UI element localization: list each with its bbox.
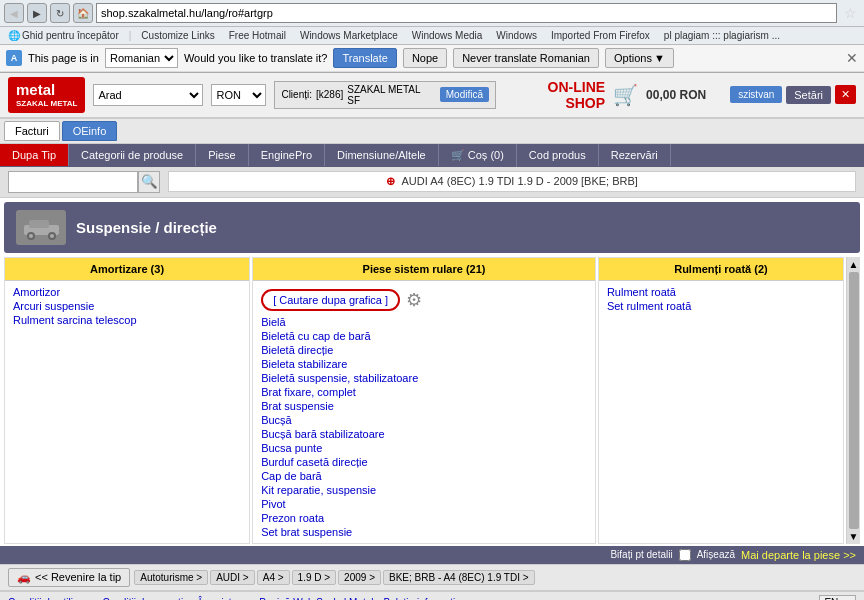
nav-dimensiune[interactable]: Dimensiune/Altele — [325, 144, 439, 166]
language-select[interactable]: Romanian — [105, 48, 178, 68]
col-amortizare-items: Amortizor Arcuri suspensie Rulment sarci… — [5, 281, 249, 331]
breadcrumb-audi[interactable]: AUDI > — [210, 570, 255, 585]
nav-enginepro[interactable]: EnginePro — [249, 144, 325, 166]
audi-logo: ⊕ — [386, 175, 395, 187]
item-bieleta-directie[interactable]: Bieletă direcție — [261, 343, 587, 357]
nav-dupa-tip[interactable]: Dupa Tip — [0, 144, 69, 166]
breadcrumb-bke[interactable]: BKE; BRB - A4 (8EC) 1.9 TDI > — [383, 570, 535, 585]
city-select[interactable]: Arad — [93, 84, 203, 106]
col-amortizare-header: Amortizare (3) — [5, 258, 249, 281]
client-code: [k286] — [316, 89, 343, 100]
user-box[interactable]: szistvan — [730, 86, 782, 103]
currency-select[interactable]: RON — [211, 84, 266, 106]
nav-cos[interactable]: 🛒 Coș (0) — [439, 144, 517, 167]
nav-cod-produs[interactable]: Cod produs — [517, 144, 599, 166]
options-button[interactable]: Options ▼ — [605, 48, 674, 68]
main-content: Amortizare (3) Amortizor Arcuri suspensi… — [4, 257, 860, 544]
translate-button[interactable]: Translate — [333, 48, 396, 68]
never-translate-button[interactable]: Never translate Romanian — [453, 48, 599, 68]
footer-pagina-web[interactable]: Pagină Web Szakal Metal — [259, 597, 373, 600]
item-set-brat[interactable]: Set brat suspensie — [261, 525, 587, 539]
translate-close-button[interactable]: ✕ — [846, 50, 858, 66]
footer-conditii-utilizare[interactable]: Condiții de utilizare — [8, 597, 93, 600]
item-brat-fixare[interactable]: Brat fixare, complet — [261, 385, 587, 399]
nav-piese[interactable]: Piese — [196, 144, 249, 166]
bookmark-bar: 🌐 Ghid pentru începător | Customize Link… — [0, 27, 864, 45]
col-piese-items: [ Cautare dupa grafica ] ⚙ Bielă Bieletă… — [253, 281, 595, 543]
page-content: metal SZAKAL METAL Arad RON Clienți: [k2… — [0, 73, 864, 600]
nav-rezervari[interactable]: Rezervări — [599, 144, 671, 166]
item-amortizor[interactable]: Amortizor — [13, 285, 241, 299]
search-icon: 🔍 — [141, 174, 158, 189]
item-prezon[interactable]: Prezon roata — [261, 511, 587, 525]
item-bucsa[interactable]: Bucșă — [261, 413, 587, 427]
forward-button[interactable]: ▶ — [27, 3, 47, 23]
footer-conditii-garantie[interactable]: Condiții de garanție — [103, 597, 189, 600]
modifica-button[interactable]: Modifică — [440, 87, 489, 102]
item-rulment-roata[interactable]: Rulment roată — [607, 285, 835, 299]
item-bucsa-bara[interactable]: Bucșă bară stabilizatoare — [261, 427, 587, 441]
bookmark-customize[interactable]: Customize Links — [137, 29, 218, 42]
search-input[interactable] — [8, 171, 138, 193]
cart-amount: 00,00 RON — [646, 88, 706, 102]
more-details-button[interactable]: Mai departe la piese >> — [741, 549, 856, 561]
search-graphic-link[interactable]: [ Cautare dupa grafica ] — [261, 289, 400, 311]
scroll-up-icon[interactable]: ▲ — [849, 259, 859, 270]
footer-inregistrare[interactable]: Înregistrare — [199, 597, 250, 600]
back-button[interactable]: ◀ — [4, 3, 24, 23]
scroll-bar[interactable]: ▲ ▼ — [846, 257, 860, 544]
svg-rect-1 — [29, 220, 49, 228]
breadcrumb-2009[interactable]: 2009 > — [338, 570, 381, 585]
breadcrumb-autoturisme[interactable]: Autoturisme > — [134, 570, 208, 585]
refresh-button[interactable]: ↻ — [50, 3, 70, 23]
category-nav: Dupa Tip Categorii de produse Piese Engi… — [0, 144, 864, 167]
item-bieleta-suspensie[interactable]: Bieletă suspensie, stabilizatoare — [261, 371, 587, 385]
nope-button[interactable]: Nope — [403, 48, 447, 68]
car-info-bar: ⊕ AUDI A4 (8EC) 1.9 TDI 1.9 D - 2009 [BK… — [168, 171, 856, 192]
scroll-thumb[interactable] — [849, 272, 859, 529]
address-bar[interactable] — [96, 3, 837, 23]
nav-categorii[interactable]: Categorii de produse — [69, 144, 196, 166]
scroll-down-icon[interactable]: ▼ — [849, 531, 859, 542]
item-cap-bara[interactable]: Cap de bară — [261, 469, 587, 483]
item-bucsa-punte[interactable]: Bucsa punte — [261, 441, 587, 455]
tab-oeinfo[interactable]: OEinfo — [62, 121, 118, 141]
bookmark-star[interactable]: ☆ — [840, 3, 860, 23]
search-bar: 🔍 ⊕ AUDI A4 (8EC) 1.9 TDI 1.9 D - 2009 [… — [0, 167, 864, 198]
item-pivot[interactable]: Pivot — [261, 497, 587, 511]
bookmark-hotmail[interactable]: Free Hotmail — [225, 29, 290, 42]
cart-icon: 🛒 — [613, 83, 638, 107]
back-button[interactable]: 🚗 << Revenire la tip — [8, 568, 130, 587]
language-button[interactable]: EN ▼ — [819, 595, 856, 600]
bookmark-ghid[interactable]: 🌐 Ghid pentru începător — [4, 29, 123, 42]
item-rulment-sarcina[interactable]: Rulment sarcina telescop — [13, 313, 241, 327]
bookmark-windows[interactable]: Windows — [492, 29, 541, 42]
col-rulmenti-items: Rulment roată Set rulment roată — [599, 281, 843, 317]
item-brat-suspensie[interactable]: Brat suspensie — [261, 399, 587, 413]
tab-facturi[interactable]: Facturi — [4, 121, 60, 141]
detail-checkbox[interactable] — [679, 549, 691, 561]
item-kit-reparatie[interactable]: Kit reparatie, suspensie — [261, 483, 587, 497]
bookmark-plagiam[interactable]: pl plagiam ::: plagiarism ... — [660, 29, 784, 42]
bookmark-marketplace[interactable]: Windows Marketplace — [296, 29, 402, 42]
bookmark-imported[interactable]: Imported From Firefox — [547, 29, 654, 42]
close-header-button[interactable]: ✕ — [835, 85, 856, 104]
translate-question: Would you like to translate it? — [184, 52, 327, 64]
more-details-bar: Bifați pt detalii Afișează Mai departe l… — [0, 546, 864, 564]
item-biela[interactable]: Bielă — [261, 315, 587, 329]
bookmark-media[interactable]: Windows Media — [408, 29, 487, 42]
browser-toolbar: ◀ ▶ ↻ 🏠 ☆ — [0, 0, 864, 27]
item-arcuri[interactable]: Arcuri suspensie — [13, 299, 241, 313]
translate-bar: A This page is in Romanian Would you lik… — [0, 45, 864, 72]
footer-buletin[interactable]: Buletin informativ — [384, 597, 461, 600]
item-set-rulment[interactable]: Set rulment roată — [607, 299, 835, 313]
item-bieleta-cap[interactable]: Bieletă cu cap de bară — [261, 329, 587, 343]
settings-button[interactable]: Setări — [786, 86, 831, 104]
item-burduf[interactable]: Burduf casetă direcție — [261, 455, 587, 469]
home-button[interactable]: 🏠 — [73, 3, 93, 23]
breadcrumb-19d[interactable]: 1.9 D > — [292, 570, 337, 585]
breadcrumb-a4[interactable]: A4 > — [257, 570, 290, 585]
search-button[interactable]: 🔍 — [138, 171, 160, 193]
footer: Condiții de utilizare Condiții de garanț… — [0, 590, 864, 600]
item-bieleta-stabilizare[interactable]: Bieleta stabilizare — [261, 357, 587, 371]
